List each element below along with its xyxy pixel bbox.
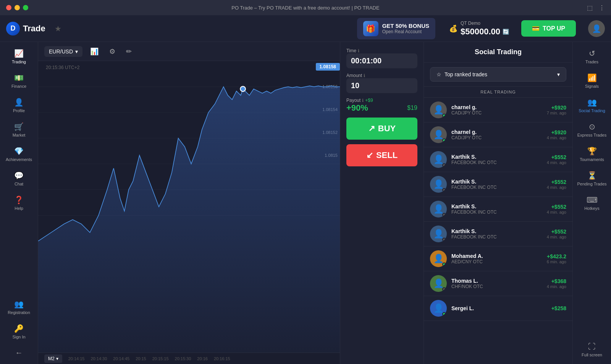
time-label-7: 20:16 [197,356,208,361]
sidebar-item-signin[interactable]: 🔑 Sign In [2,320,36,343]
topup-label: TOP UP [543,25,565,32]
logo[interactable]: D Trade [6,22,45,35]
pair-selector[interactable]: EUR/USD ▾ [44,46,82,57]
right-nav-trades[interactable]: ↺ Trades [575,45,609,68]
sidebar-label-help: Help [15,206,23,211]
trader-avatar: 👤 [430,275,447,292]
avatar-icon: 👤 [433,279,444,288]
payout-label: Payout ℹ +$9 [346,98,373,103]
favorites-star-icon[interactable]: ★ [55,24,61,33]
trader-profit: +$552 4 min. ago [547,229,566,239]
help-icon: ❓ [14,195,24,205]
dropdown-label: Top ranked trades [445,71,487,77]
sell-button[interactable]: ↙ SELL [346,144,417,166]
maximize-button[interactable] [23,5,28,10]
sidebar-item-trading[interactable]: 📈 Trading [2,45,36,68]
chat-icon: 💬 [14,171,24,180]
status-dot [442,287,446,291]
trader-info: Karthik S. FACEBOOK INC OTC [451,228,542,240]
right-nav-label-signals: Signals [585,84,599,89]
trade-list-item[interactable]: 👤 Mohamed A. AED/CNY OTC +$423.2 6 min. … [424,246,572,271]
right-nav-express-trades[interactable]: ⊙ Express Trades [575,118,609,141]
minimize-button[interactable] [15,5,20,10]
payout-meta: +$9 [365,98,373,103]
trade-list-item[interactable]: 👤 charnel g. CAD/JPY OTC +$920 7 min. ag… [424,98,572,122]
close-button[interactable] [6,5,11,10]
trade-list-item[interactable]: 👤 Sergei L. +$258 [424,296,572,321]
sidebar-item-achievements[interactable]: 💎 Achievements [2,143,36,166]
trade-list-item[interactable]: 👤 Thomas L. CHF/NOK OTC +$368 4 min. ago [424,271,572,296]
sidebar-item-registration[interactable]: 👥 Registration [2,296,36,319]
traffic-lights [6,5,28,10]
avatar-icon: 👤 [433,105,444,115]
time-input-row[interactable]: 🕐 [346,53,417,68]
trader-name: Karthik S. [451,154,542,160]
buy-arrow-icon: ↗ [368,124,375,134]
trade-list-item[interactable]: 👤 charnel g. CAD/JPY OTC +$920 4 min. ag… [424,122,572,147]
top-ranked-dropdown[interactable]: ☆ Top ranked trades ▾ [430,67,566,82]
profit-amount: +$258 [551,305,566,311]
sidebar-item-chat[interactable]: 💬 Chat [2,167,36,190]
right-nav-tournaments[interactable]: 🏆 Tournaments [575,143,609,166]
bonus-banner[interactable]: 🎁 GET 50% BONUS Open Real Account [357,18,435,39]
trade-list-item[interactable]: 👤 Karthik S. FACEBOOK INC OTC +$552 4 mi… [424,147,572,172]
chart-settings-button[interactable]: ⚙ [106,46,118,57]
profit-amount: +$552 [547,204,566,210]
sidebar-item-profile[interactable]: 👤 Profile [2,94,36,117]
status-dot [442,238,446,242]
chart-draw-button[interactable]: ✏ [123,46,135,57]
trade-list-item[interactable]: 👤 Karthik S. FACEBOOK INC OTC +$552 4 mi… [424,197,572,222]
profit-amount: +$552 [547,179,566,185]
sidebar-item-finance[interactable]: 💵 Finance [2,69,36,92]
timeframe-selector[interactable]: M2 ▾ [44,354,62,363]
buy-button[interactable]: ↗ BUY [346,118,417,140]
star-icon: ☆ [436,71,441,77]
profit-time: 4 min. ago [547,135,566,140]
payout-row: Payout ℹ +$9 [346,98,417,103]
profit-time: 4 min. ago [547,210,566,214]
chevron-down-icon: ▾ [557,71,560,77]
right-nav-pending-trades[interactable]: ⏳ Pending Trades [575,167,609,190]
profit-time: 4 min. ago [547,185,566,190]
finance-icon: 💵 [14,73,24,82]
pair-dropdown-icon: ▾ [75,48,78,55]
sidebar-item-market[interactable]: 🛒 Market [2,118,36,141]
sidebar-item-back[interactable]: ← [2,345,36,361]
bonus-sub-text: Open Real Account [382,29,429,34]
trader-pair: FACEBOOK INC OTC [451,209,542,215]
chart-bottom: M2 ▾ 20:14:15 20:14:30 20:14:45 20:15 20… [38,353,340,364]
right-nav-fullscreen[interactable]: ⛶ Full screen [575,338,609,361]
user-avatar[interactable]: 👤 [588,20,605,37]
right-nav-label-tournaments: Tournaments [580,157,604,162]
trader-name: Sergei L. [451,305,547,311]
trader-profit: +$920 7 min. ago [547,105,566,115]
status-dot [442,213,446,217]
trader-profit: +$423.2 6 min. ago [547,253,566,264]
sidebar-label-trading: Trading [12,60,26,64]
right-sidebar: ↺ Trades 📶 Signals 👥 Social Trading ⊙ Ex… [573,42,611,364]
chart-type-button[interactable]: 📊 [87,46,102,57]
profit-amount: +$368 [547,278,566,284]
trader-pair: AED/CNY OTC [451,259,542,264]
refresh-icon[interactable]: 🔄 [503,29,509,35]
right-nav-social-trading[interactable]: 👥 Social Trading [575,94,609,117]
trade-list-item[interactable]: 👤 Karthik S. FACEBOOK INC OTC +$552 4 mi… [424,172,572,197]
balance-amount: $50000.00 [461,27,500,37]
time-label: Time ℹ [346,48,417,53]
trader-info: charnel g. CAD/JPY OTC [451,129,542,140]
trader-pair: FACEBOOK INC OTC [451,185,542,190]
menu-icon[interactable]: ⋮ [599,4,605,11]
title-bar: PO Trade – Try PO TRADE with a free demo… [0,0,611,15]
right-nav-hotkeys[interactable]: ⌨ Hotkeys [575,192,609,214]
status-dot [442,114,446,118]
sidebar-item-help[interactable]: ❓ Help [2,192,36,214]
extension-icon[interactable]: ⬚ [587,4,593,11]
time-label-6: 20:15:30 [175,356,191,361]
amount-input-row[interactable]: 💲 [346,78,417,93]
trader-info: Karthik S. FACEBOOK INC OTC [451,203,542,215]
sidebar-label-profile: Profile [13,108,25,113]
right-nav-signals[interactable]: 📶 Signals [575,69,609,92]
trade-list-item[interactable]: 👤 Karthik S. FACEBOOK INC OTC +$552 4 mi… [424,222,572,246]
topup-button[interactable]: 💳 TOP UP [521,20,576,37]
profit-amount: +$920 [547,129,566,135]
